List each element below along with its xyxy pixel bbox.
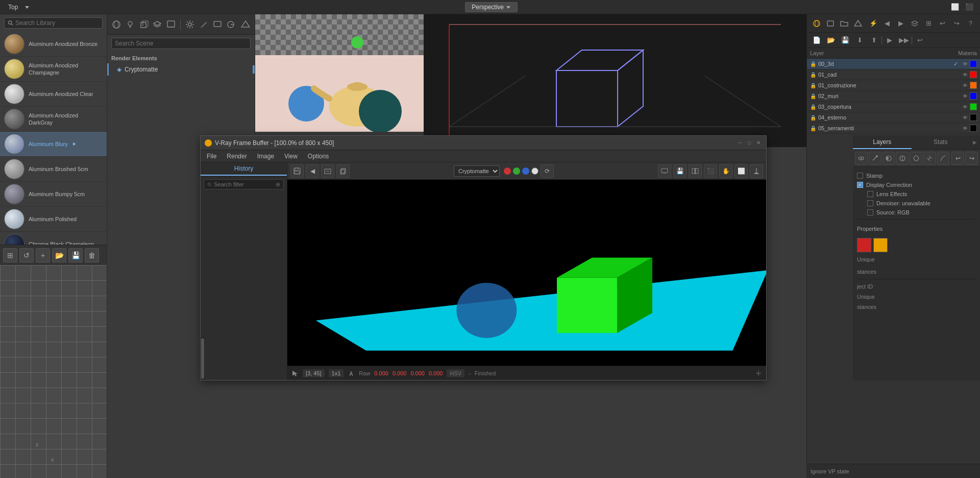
vray-scene-icon-btn[interactable] (852, 17, 865, 30)
light-icon-btn[interactable] (124, 17, 137, 32)
correction-btn-2[interactable] (869, 152, 881, 165)
layers-icon-btn[interactable] (151, 17, 164, 32)
list-item-chrome-black-chameleon[interactable]: Chrome Black Chameleon (0, 232, 107, 245)
stamp-checkbox[interactable] (857, 173, 863, 179)
layer-color[interactable] (970, 103, 977, 110)
correction-btn-5[interactable] (910, 152, 922, 165)
viewport-label[interactable]: Perspective (465, 2, 518, 12)
top-icon-btn[interactable]: ⬜ (948, 1, 962, 14)
list-item[interactable]: Aluminum Brushed 5cm (0, 157, 107, 182)
expand-panel-btn[interactable]: ▶ (970, 135, 980, 149)
copy-button[interactable] (336, 164, 350, 178)
arrow-btn[interactable]: ⟳ (541, 164, 554, 178)
history-scrollbar[interactable] (201, 337, 205, 380)
list-item[interactable]: Aluminum Polished (0, 207, 107, 232)
arrow-right-btn[interactable]: ▶ (895, 17, 908, 30)
bucket-btn[interactable] (750, 164, 763, 178)
orange-swatch[interactable] (873, 238, 888, 252)
settings-icon-btn[interactable] (184, 17, 197, 32)
close-button[interactable]: ✕ (755, 139, 762, 147)
correction-btn-4[interactable] (896, 152, 909, 165)
display-correction-checkbox[interactable] (857, 182, 863, 188)
cube-icon-btn[interactable] (137, 17, 150, 32)
search-library-input[interactable] (15, 19, 99, 27)
undo2-btn[interactable]: ↩ (913, 34, 926, 47)
layer-color[interactable] (970, 71, 977, 78)
alpha-channel-dot[interactable] (531, 168, 538, 175)
layer-row[interactable]: 🔒 05_serramenti 👁 (807, 123, 980, 134)
correction-btn-3[interactable] (883, 152, 895, 165)
modify-icon-btn[interactable] (198, 17, 210, 32)
region-btn[interactable]: ⬛ (704, 164, 717, 178)
red-swatch[interactable] (857, 238, 871, 252)
layer-color[interactable] (970, 114, 977, 121)
list-item[interactable]: Aluminum Anodized Bronze (0, 32, 107, 57)
refresh-button[interactable]: ↺ (19, 248, 34, 262)
correction-btn-6[interactable] (923, 152, 936, 165)
vray-icon-btn[interactable] (239, 17, 252, 32)
hsv-selector[interactable]: HSV (447, 369, 464, 377)
blue-channel-dot[interactable] (522, 168, 529, 175)
red-channel-dot[interactable] (504, 168, 511, 175)
curves-btn[interactable] (937, 152, 950, 165)
scene-icon-btn[interactable] (824, 17, 837, 30)
history-search-input[interactable] (214, 181, 274, 187)
scene-search-box[interactable] (111, 38, 251, 49)
filter-icon-btn[interactable]: ⚡ (867, 17, 879, 30)
layer-color[interactable] (970, 125, 977, 132)
render2-btn[interactable]: ▶▶ (897, 34, 911, 47)
layer-row[interactable]: 🔒 00_3d ✓ 👁 (807, 59, 980, 69)
pan-btn[interactable]: ✋ (719, 164, 732, 178)
list-item[interactable]: Aluminum Anodized DarkGray (0, 107, 107, 132)
prev-button[interactable]: ◀ (306, 164, 319, 178)
top-icon-btn[interactable]: ⬛ (963, 1, 976, 14)
undo-btn[interactable]: ↩ (936, 17, 949, 30)
display-icon-btn[interactable] (211, 17, 224, 32)
source-checkbox[interactable] (867, 209, 873, 216)
list-item[interactable]: Aluminum Blury (0, 132, 107, 157)
folder-icon-btn[interactable] (838, 17, 851, 30)
render-small-btn[interactable]: ▶ (883, 34, 896, 47)
layers-icon-btn[interactable] (909, 17, 921, 30)
menu-file[interactable]: File (205, 152, 218, 161)
menu-options[interactable]: Options (306, 152, 331, 161)
save-render-button[interactable] (290, 164, 304, 178)
add-material-button[interactable]: + (36, 248, 50, 262)
display-settings-btn[interactable] (658, 164, 671, 178)
redo-btn[interactable]: ↪ (950, 17, 963, 30)
layer-row[interactable]: 🔒 01_cad 👁 (807, 69, 980, 80)
layer-row[interactable]: 🔒 01_costruzione 👁 (807, 80, 980, 91)
search-box[interactable] (4, 17, 103, 29)
arrow-left-btn[interactable]: ◀ (880, 17, 893, 30)
menu-render[interactable]: Render (225, 152, 249, 161)
compare-btn[interactable] (689, 164, 702, 178)
scene-search-input[interactable] (115, 40, 247, 47)
layer-row[interactable]: 🔒 03_copertura 👁 (807, 102, 980, 112)
delete-button[interactable]: 🗑 (85, 248, 99, 262)
tab-history[interactable]: History (201, 162, 287, 176)
minimize-button[interactable]: ─ (737, 139, 744, 147)
help-icon-btn[interactable]: ? (964, 17, 977, 30)
green-channel-dot[interactable] (513, 168, 520, 175)
undo-btn[interactable]: ↩ (951, 152, 964, 165)
eye-toggle-btn[interactable] (855, 152, 868, 165)
lens-effects-checkbox[interactable] (867, 191, 873, 197)
history-search-box[interactable] (204, 179, 284, 189)
import-btn[interactable]: ⬇ (853, 34, 866, 47)
layer-color[interactable] (970, 60, 977, 67)
maximize-button[interactable]: □ (746, 139, 753, 147)
render-icon-btn[interactable] (165, 17, 178, 32)
denoiser-checkbox[interactable] (867, 200, 873, 206)
list-item[interactable]: Aluminum Anodized Champagne (0, 57, 107, 82)
sphere-icon-btn[interactable] (110, 17, 123, 32)
save-btn[interactable]: 💾 (839, 34, 852, 47)
tab-stats[interactable]: Stats (912, 135, 970, 149)
load-file-button[interactable]: 📂 (52, 248, 66, 262)
redo-btn[interactable]: ↪ (965, 152, 978, 165)
list-item[interactable]: Aluminum Anodized Clear (0, 82, 107, 107)
layer-color[interactable] (970, 82, 977, 89)
lasso-btn[interactable]: ⬜ (734, 164, 748, 178)
export-button[interactable] (321, 164, 334, 178)
save-file-button[interactable]: 💾 (68, 248, 83, 262)
material-icon-btn[interactable] (810, 17, 823, 30)
